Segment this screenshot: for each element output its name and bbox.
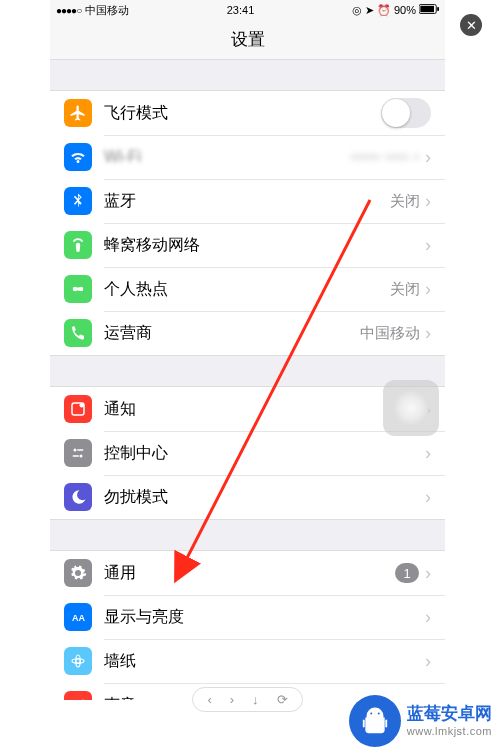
row-general[interactable]: 通用 1 ›: [50, 551, 445, 595]
watermark-url: www.lmkjst.com: [407, 725, 492, 738]
row-label: 飞行模式: [104, 103, 381, 124]
chevron-right-icon: ›: [425, 564, 431, 582]
bluetooth-value: 关闭: [390, 192, 420, 211]
row-label: 蜂窝移动网络: [104, 235, 425, 256]
hotspot-value: 关闭: [390, 280, 420, 299]
row-label: 墙纸: [104, 651, 425, 672]
wallpaper-icon: [64, 647, 92, 675]
download-icon[interactable]: ↓: [252, 692, 259, 707]
watermark-logo: [349, 695, 401, 747]
svg-point-10: [80, 455, 83, 458]
battery-icon: [419, 4, 439, 16]
row-display[interactable]: AA 显示与亮度 ›: [50, 595, 445, 639]
row-label: Wi-Fi: [104, 148, 351, 166]
row-wifi[interactable]: Wi-Fi ••••• •••• • ›: [50, 135, 445, 179]
row-label: 显示与亮度: [104, 607, 425, 628]
badge-count: 1: [395, 563, 419, 583]
bluetooth-icon: [64, 187, 92, 215]
chevron-right-icon: ›: [425, 148, 431, 166]
svg-point-15: [76, 655, 81, 667]
chevron-right-icon: ›: [425, 444, 431, 462]
wifi-icon: [64, 143, 92, 171]
row-hotspot[interactable]: 个人热点 关闭 ›: [50, 267, 445, 311]
clock: 23:41: [227, 4, 255, 16]
watermark: 蓝莓安卓网 www.lmkjst.com: [349, 695, 492, 747]
hotspot-icon: [64, 275, 92, 303]
svg-rect-11: [73, 455, 79, 457]
gear-icon: [64, 559, 92, 587]
row-label: 通用: [104, 563, 395, 584]
row-label: 蓝牙: [104, 191, 390, 212]
close-icon: ✕: [466, 18, 477, 33]
svg-point-8: [74, 449, 77, 452]
settings-group-general: 通用 1 › AA 显示与亮度 › 墙纸 › 声音 ›: [50, 550, 445, 700]
svg-point-18: [378, 713, 380, 715]
cellular-icon: [64, 231, 92, 259]
airplane-switch[interactable]: [381, 98, 431, 128]
row-wallpaper[interactable]: 墙纸 ›: [50, 639, 445, 683]
chevron-right-icon: ›: [425, 236, 431, 254]
watermark-title: 蓝莓安卓网: [407, 704, 492, 724]
row-airplane-mode[interactable]: 飞行模式: [50, 91, 445, 135]
chevron-right-icon: ›: [425, 652, 431, 670]
forward-icon[interactable]: ›: [230, 692, 234, 707]
status-icons: ◎ ➤ ⏰: [352, 4, 391, 17]
svg-point-17: [370, 713, 372, 715]
carrier-name: 中国移动: [85, 3, 129, 18]
phone-screen: ●●●●○ 中国移动 23:41 ◎ ➤ ⏰ 90% 设置 飞行模式 Wi-Fi: [50, 0, 445, 700]
chevron-right-icon: ›: [425, 192, 431, 210]
carrier-value: 中国移动: [360, 324, 420, 343]
refresh-icon[interactable]: ⟳: [277, 692, 288, 707]
row-cellular[interactable]: 蜂窝移动网络 ›: [50, 223, 445, 267]
chevron-right-icon: ›: [425, 324, 431, 342]
chevron-right-icon: ›: [425, 280, 431, 298]
signal-dots: ●●●●○: [56, 5, 81, 16]
svg-text:AA: AA: [72, 613, 85, 623]
moon-icon: [64, 483, 92, 511]
row-control-center[interactable]: 控制中心 ›: [50, 431, 445, 475]
chevron-right-icon: ›: [425, 608, 431, 626]
svg-rect-1: [420, 6, 434, 12]
notifications-icon: [64, 395, 92, 423]
close-button[interactable]: ✕: [460, 14, 482, 36]
row-label: 个人热点: [104, 279, 390, 300]
page-title: 设置: [50, 20, 445, 60]
row-bluetooth[interactable]: 蓝牙 关闭 ›: [50, 179, 445, 223]
row-label: 运营商: [104, 323, 360, 344]
chevron-right-icon: ›: [425, 488, 431, 506]
row-label: 控制中心: [104, 443, 425, 464]
svg-rect-9: [77, 449, 83, 451]
back-icon[interactable]: ‹: [207, 692, 211, 707]
assistive-touch[interactable]: [383, 380, 439, 436]
row-label: 勿扰模式: [104, 487, 425, 508]
svg-rect-2: [437, 7, 439, 11]
battery-pct: 90%: [394, 4, 416, 16]
row-dnd[interactable]: 勿扰模式 ›: [50, 475, 445, 519]
phone-icon: [64, 319, 92, 347]
svg-point-14: [72, 659, 84, 664]
status-bar: ●●●●○ 中国移动 23:41 ◎ ➤ ⏰ 90%: [50, 0, 445, 20]
settings-group-network: 飞行模式 Wi-Fi ••••• •••• • › 蓝牙 关闭 › 蜂窝移动网络…: [50, 90, 445, 356]
svg-rect-5: [75, 288, 81, 291]
svg-point-7: [80, 403, 85, 408]
airplane-icon: [64, 99, 92, 127]
display-icon: AA: [64, 603, 92, 631]
row-label: 通知: [104, 399, 425, 420]
row-carrier[interactable]: 运营商 中国移动 ›: [50, 311, 445, 355]
control-center-icon: [64, 439, 92, 467]
svg-point-13: [76, 659, 81, 664]
wifi-value: ••••• •••• •: [351, 149, 420, 165]
